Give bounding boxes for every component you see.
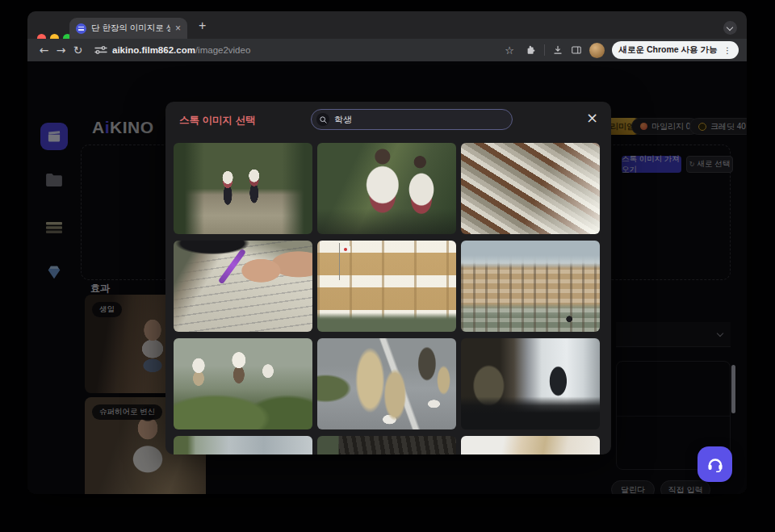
- stock-image[interactable]: [461, 338, 600, 429]
- stock-image[interactable]: [461, 241, 600, 332]
- browser-window: 단 한장의 이미지로 생성하는 시네 × + ← → ↻ aikino.film…: [27, 11, 747, 494]
- pen-detail: [218, 248, 246, 284]
- stock-image[interactable]: [174, 338, 312, 429]
- extensions-icon[interactable]: [526, 44, 537, 56]
- page-scrollbar-thumb[interactable]: [731, 365, 735, 413]
- flag-detail: [341, 246, 350, 253]
- profile-avatar[interactable]: [589, 43, 605, 58]
- tab-search-button[interactable]: [723, 21, 737, 35]
- headset-icon: [706, 456, 724, 472]
- back-button[interactable]: ←: [36, 44, 52, 57]
- toolbar-right: ☆ 새로운 Chrome 사용 가능 ⋮: [501, 41, 739, 59]
- stock-image[interactable]: [174, 241, 312, 332]
- chrome-update-button[interactable]: 새로운 Chrome 사용 가능 ⋮: [612, 41, 739, 59]
- tab-title: 단 한장의 이미지로 생성하는 시네: [91, 23, 170, 34]
- browser-toolbar: ← → ↻ aikino.film862.com/image2video ☆: [27, 39, 747, 61]
- modal-title: 스톡 이미지 선택: [179, 114, 255, 128]
- new-tab-button[interactable]: +: [199, 19, 206, 33]
- stock-image[interactable]: [174, 143, 312, 234]
- side-panel-icon[interactable]: [571, 44, 582, 56]
- modal-close-icon[interactable]: ×: [586, 109, 598, 126]
- tab-strip: 단 한장의 이미지로 생성하는 시네 × +: [27, 11, 747, 39]
- screenshot-canvas: 단 한장의 이미지로 생성하는 시네 × + ← → ↻ aikino.film…: [0, 0, 775, 532]
- site-settings-icon[interactable]: [94, 45, 107, 55]
- toolbar-divider: [544, 44, 545, 56]
- browser-menu-icon[interactable]: ⋮: [723, 45, 732, 55]
- forward-button[interactable]: →: [52, 44, 69, 57]
- search-input[interactable]: [334, 115, 507, 124]
- address-bar[interactable]: aikino.film862.com/image2video: [112, 45, 250, 55]
- search-icon: [316, 113, 329, 126]
- reload-button[interactable]: ↻: [69, 44, 86, 57]
- chrome-update-label: 새로운 Chrome 사용 가능: [619, 44, 718, 56]
- tab-close-icon[interactable]: ×: [175, 23, 181, 33]
- url-path: /image2video: [195, 45, 250, 55]
- stock-image-grid: [174, 143, 600, 455]
- bookmark-star-icon[interactable]: ☆: [501, 44, 518, 57]
- chevron-down-icon: [727, 24, 733, 31]
- stock-search-bar[interactable]: [311, 109, 513, 130]
- stock-image[interactable]: [317, 241, 456, 332]
- tab-favicon-icon: [76, 23, 86, 34]
- stock-image[interactable]: [174, 436, 312, 455]
- stock-image[interactable]: [317, 143, 456, 234]
- stock-image[interactable]: [317, 338, 456, 429]
- stock-image[interactable]: [461, 143, 600, 234]
- stock-image[interactable]: [461, 436, 600, 455]
- browser-tab[interactable]: 단 한장의 이미지로 생성하는 시네 ×: [69, 18, 187, 39]
- support-chat-button[interactable]: [698, 446, 732, 482]
- downloads-icon[interactable]: [552, 44, 563, 56]
- stock-image[interactable]: [317, 436, 456, 455]
- stock-image-modal: 스톡 이미지 선택 ×: [165, 102, 611, 455]
- url-host: aikino.film862.com: [112, 45, 195, 55]
